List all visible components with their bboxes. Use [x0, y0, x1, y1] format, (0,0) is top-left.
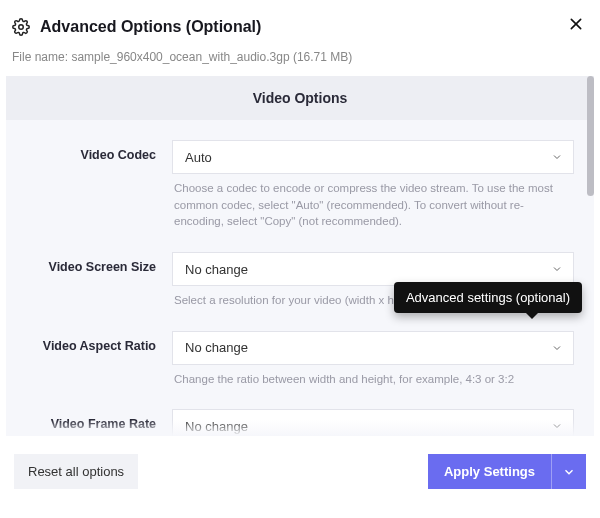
label-screen-size: Video Screen Size — [26, 252, 156, 309]
chevron-down-icon — [551, 420, 563, 432]
options-rows: Video Codec Auto Choose a codec to encod… — [6, 120, 594, 436]
row-frame-rate: Video Frame Rate No change Change FPS (f… — [26, 409, 574, 436]
modal-header: Advanced Options (Optional) — [6, 18, 594, 46]
chevron-down-icon — [562, 465, 576, 479]
apply-dropdown-button[interactable] — [551, 454, 586, 489]
label-aspect-ratio: Video Aspect Ratio — [26, 331, 156, 388]
select-aspect-ratio[interactable]: No change — [172, 331, 574, 365]
apply-settings-button[interactable]: Apply Settings — [428, 454, 551, 489]
modal-footer: Reset all options Apply Settings — [6, 436, 594, 489]
select-value: Auto — [185, 150, 212, 165]
file-size: (16.71 MB) — [293, 50, 352, 64]
scrollbar[interactable] — [587, 76, 594, 196]
reset-all-button[interactable]: Reset all options — [14, 454, 138, 489]
select-value: No change — [185, 340, 248, 355]
tooltip-advanced-settings: Advanced settings (optional) — [394, 282, 582, 313]
modal-title: Advanced Options (Optional) — [40, 18, 261, 36]
options-panel: Video Options Video Codec Auto Choose a … — [6, 76, 594, 436]
chevron-down-icon — [551, 151, 563, 163]
chevron-down-icon — [551, 342, 563, 354]
gear-icon — [12, 18, 30, 36]
label-video-codec: Video Codec — [26, 140, 156, 230]
select-value: No change — [185, 262, 248, 277]
close-icon — [568, 16, 584, 32]
select-value: No change — [185, 419, 248, 434]
file-name-value: sample_960x400_ocean_with_audio.3gp — [71, 50, 289, 64]
select-video-codec[interactable]: Auto — [172, 140, 574, 174]
file-name-line: File name: sample_960x400_ocean_with_aud… — [6, 46, 594, 76]
file-name-prefix: File name: — [12, 50, 68, 64]
advanced-options-modal: Advanced Options (Optional) File name: s… — [0, 0, 600, 518]
close-button[interactable] — [566, 14, 586, 34]
select-frame-rate[interactable]: No change — [172, 409, 574, 436]
section-header: Video Options — [6, 76, 594, 120]
apply-button-group: Apply Settings — [428, 454, 586, 489]
select-screen-size[interactable]: No change — [172, 252, 574, 286]
helper-aspect-ratio: Change the ratio between width and heigh… — [172, 365, 574, 388]
row-video-codec: Video Codec Auto Choose a codec to encod… — [26, 140, 574, 230]
label-frame-rate: Video Frame Rate — [26, 409, 156, 436]
svg-point-0 — [19, 25, 24, 30]
options-scroll-container: Video Options Video Codec Auto Choose a … — [6, 76, 594, 436]
chevron-down-icon — [551, 263, 563, 275]
row-aspect-ratio: Video Aspect Ratio No change Change the … — [26, 331, 574, 388]
helper-video-codec: Choose a codec to encode or compress the… — [172, 174, 574, 230]
